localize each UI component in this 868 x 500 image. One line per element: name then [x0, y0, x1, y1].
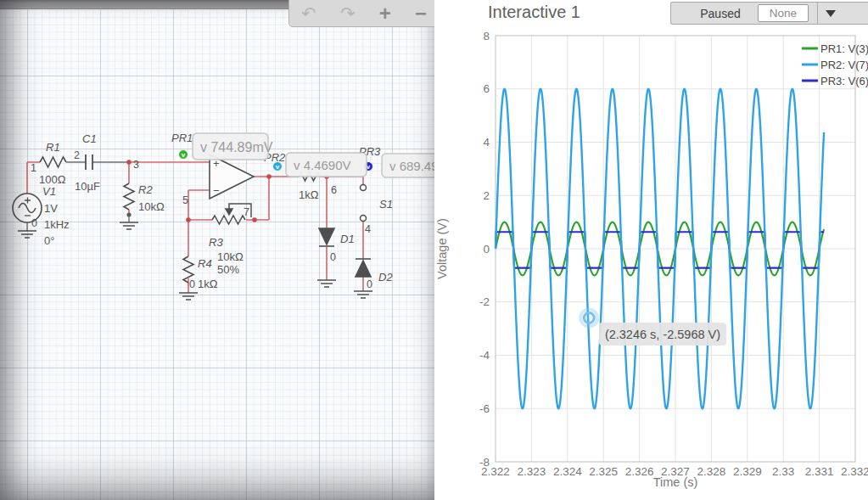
y-tick-label: -2 — [479, 295, 490, 308]
y-tick-label: -8 — [479, 456, 490, 469]
x-axis-label: Time (s) — [653, 475, 698, 489]
component-v1[interactable] — [13, 194, 42, 238]
label-d2: D2 — [378, 271, 393, 284]
y-tick-label: -4 — [479, 349, 490, 362]
value-r4: 1kΩ — [198, 278, 218, 290]
schematic-canvas[interactable]: + − — [0, 0, 434, 500]
component-s1[interactable] — [361, 185, 367, 222]
ground-icon — [179, 293, 198, 300]
probe-pr1[interactable]: PR1 v — [171, 132, 193, 160]
value-r3: 10kΩ — [217, 250, 244, 263]
schematic-toolbar: ↶ ↷ + − — [288, 0, 434, 27]
schematic-panel: + − — [0, 0, 434, 500]
x-tick-label: 2.331 — [805, 465, 834, 478]
probe-pr3-value: v 689.49 — [389, 159, 434, 173]
value-c1: 10µF — [75, 180, 100, 193]
graph-control-bar: Paused None — [670, 2, 868, 25]
component-c1[interactable] — [86, 154, 92, 170]
label-v1: V1 — [42, 185, 56, 198]
wire — [188, 190, 210, 220]
x-tick-label: 2.323 — [518, 465, 546, 478]
x-tick-label: 2.33 — [772, 465, 794, 478]
x-tick-label: 2.325 — [589, 465, 618, 478]
zoom-out-icon[interactable]: − — [415, 4, 427, 22]
zoom-in-icon[interactable]: + — [379, 4, 391, 22]
x-tick-label: 2.326 — [625, 465, 654, 478]
redo-icon[interactable]: ↷ — [340, 4, 356, 22]
component-opamp[interactable]: + − — [210, 154, 254, 199]
component-r2[interactable] — [120, 183, 138, 229]
y-tick-label: 8 — [483, 30, 490, 42]
value-r1: 100Ω — [39, 173, 66, 186]
label-d1: D1 — [340, 233, 355, 245]
paused-button[interactable]: Paused — [693, 7, 748, 20]
probe-pr1-glyph: v — [182, 151, 186, 159]
probe-pr1-label: PR1 — [171, 132, 193, 144]
value-v1: 1V — [44, 202, 58, 215]
node-2: 2 — [74, 149, 80, 161]
phase-v1: 0° — [44, 234, 54, 247]
node-0-d2: 0 — [367, 278, 372, 290]
probe-pr1-value: v 744.89mV — [200, 140, 273, 154]
label-c1: C1 — [82, 132, 97, 145]
value-r5: 1kΩ — [299, 188, 319, 201]
x-tick-label: 2.332 — [841, 465, 868, 478]
ground-icon — [317, 280, 336, 287]
cursor-marker-icon — [584, 312, 594, 323]
grapher-panel: Interactive 1 Paused None 2.3222.3232.32… — [434, 0, 868, 500]
label-r1: R1 — [46, 141, 60, 154]
probe-pr2-glyph: v — [276, 163, 280, 171]
component-r1[interactable] — [40, 157, 66, 167]
legend-label: PR3: V(6) — [820, 75, 868, 87]
trigger-select[interactable]: None — [758, 4, 809, 22]
label-s1: S1 — [379, 198, 393, 211]
y-tick-label: 0 — [483, 243, 490, 256]
ground-icon — [18, 231, 36, 238]
node-7: 7 — [244, 206, 249, 218]
x-tick-label: 2.329 — [733, 465, 762, 478]
legend-label: PR2: V(7) — [820, 59, 868, 71]
node-6: 6 — [331, 184, 337, 196]
y-tick-label: -6 — [479, 402, 490, 415]
value-r2: 10kΩ — [138, 200, 165, 213]
opamp-minus-sign: − — [213, 184, 220, 197]
label-r2: R2 — [138, 183, 153, 196]
y-tick-label: 4 — [483, 136, 490, 149]
label-r3: R3 — [209, 236, 223, 249]
node-0-d1: 0 — [330, 251, 336, 263]
undo-icon[interactable]: ↶ — [301, 4, 316, 22]
dropdown-arrow-icon — [826, 10, 836, 22]
x-tick-label: 2.324 — [553, 465, 582, 478]
node-0-v1: 0 — [31, 217, 37, 229]
legend-label: PR1: V(3) — [820, 42, 868, 55]
probe-pr2-value: v 4.4690V — [294, 158, 351, 172]
node-1: 1 — [31, 162, 36, 174]
ground-icon — [354, 291, 372, 298]
dropdown-button[interactable] — [817, 3, 843, 24]
y-tick-label: 2 — [483, 189, 490, 202]
y-tick-label: 6 — [483, 82, 490, 95]
ground-icon — [120, 222, 138, 229]
node-3: 3 — [133, 159, 139, 171]
y-axis-label: Voltage (V) — [435, 218, 449, 279]
label-r4: R4 — [198, 257, 212, 270]
node-5: 5 — [182, 194, 188, 206]
cursor-tooltip-text: (2.3246 s, -2.5968 V) — [605, 328, 720, 341]
app-root: + − — [0, 0, 868, 500]
node-4: 4 — [365, 223, 371, 235]
graph-title: Interactive 1 — [488, 3, 580, 22]
node-0-r4: 0 — [189, 278, 195, 290]
x-tick-label: 2.328 — [697, 465, 726, 478]
waveform-chart[interactable]: 2.3222.3232.3242.3252.3262.3272.3282.329… — [434, 0, 868, 500]
freq-v1: 1kHz — [44, 218, 70, 231]
percent-r3: 50% — [217, 263, 239, 276]
